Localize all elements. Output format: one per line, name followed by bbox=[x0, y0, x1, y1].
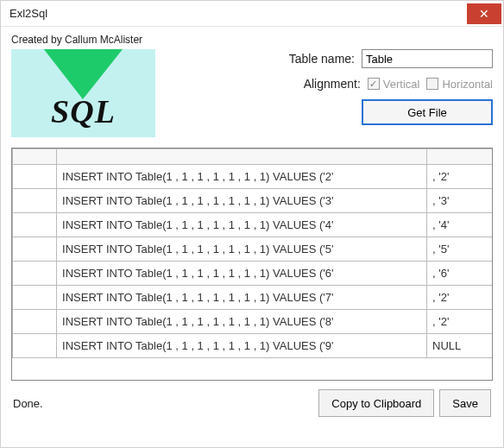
app-logo: SQL bbox=[11, 49, 155, 137]
table-cell[interactable] bbox=[13, 237, 57, 262]
table-row[interactable]: INSERT INTO Table(1 , 1 , 1 , 1 , 1 , 1 … bbox=[13, 237, 494, 262]
table-cell[interactable]: , '2' bbox=[427, 286, 493, 310]
table-cell[interactable]: NULL bbox=[427, 334, 493, 358]
table-row[interactable]: INSERT INTO Table(1 , 1 , 1 , 1 , 1 , 1 … bbox=[13, 310, 494, 334]
horizontal-checkbox-label: Horizontal bbox=[442, 78, 493, 91]
table-row[interactable]: INSERT INTO Table(1 , 1 , 1 , 1 , 1 , 1 … bbox=[13, 334, 494, 358]
table-cell[interactable]: , '3' bbox=[427, 189, 493, 213]
table-row[interactable]: INSERT INTO Table(1 , 1 , 1 , 1 , 1 , 1 … bbox=[13, 262, 494, 286]
table-cell[interactable] bbox=[13, 189, 57, 213]
titlebar: Exl2Sql ✕ bbox=[1, 1, 503, 27]
table-row[interactable]: INSERT INTO Table(1 , 1 , 1 , 1 , 1 , 1 … bbox=[13, 189, 494, 213]
close-button[interactable]: ✕ bbox=[467, 3, 501, 24]
alignment-label: Alignment: bbox=[304, 77, 361, 91]
table-cell[interactable] bbox=[13, 262, 57, 286]
table-cell[interactable]: , '6' bbox=[427, 262, 493, 286]
grid-header-cell bbox=[13, 149, 57, 165]
grid-header-cell bbox=[57, 149, 427, 165]
table-cell[interactable] bbox=[13, 213, 57, 237]
vertical-checkbox[interactable] bbox=[368, 78, 380, 90]
results-grid[interactable]: INSERT INTO Table(1 , 1 , 1 , 1 , 1 , 1 … bbox=[11, 148, 493, 381]
copy-to-clipboard-button[interactable]: Copy to Clipboard bbox=[318, 389, 434, 417]
table-cell[interactable] bbox=[13, 334, 57, 358]
table-row[interactable]: INSERT INTO Table(1 , 1 , 1 , 1 , 1 , 1 … bbox=[13, 165, 494, 189]
table-cell[interactable]: , '2' bbox=[427, 310, 493, 334]
table-cell[interactable]: INSERT INTO Table(1 , 1 , 1 , 1 , 1 , 1 … bbox=[57, 165, 427, 189]
logo-text: SQL bbox=[11, 92, 155, 130]
credit-label: Created by Callum McAlister bbox=[11, 34, 493, 46]
table-cell[interactable]: INSERT INTO Table(1 , 1 , 1 , 1 , 1 , 1 … bbox=[57, 310, 427, 334]
get-file-button[interactable]: Get File bbox=[362, 99, 493, 125]
horizontal-checkbox[interactable] bbox=[426, 78, 438, 90]
grid-header-cell bbox=[427, 149, 493, 165]
table-cell[interactable]: , '2' bbox=[427, 165, 493, 189]
table-row[interactable]: INSERT INTO Table(1 , 1 , 1 , 1 , 1 , 1 … bbox=[13, 213, 494, 237]
save-button[interactable]: Save bbox=[439, 389, 491, 417]
table-cell[interactable]: INSERT INTO Table(1 , 1 , 1 , 1 , 1 , 1 … bbox=[57, 334, 427, 358]
table-cell[interactable] bbox=[13, 310, 57, 334]
vertical-checkbox-label: Vertical bbox=[383, 78, 420, 91]
status-label: Done. bbox=[13, 397, 43, 410]
window-title: Exl2Sql bbox=[9, 7, 47, 20]
table-cell[interactable]: , '5' bbox=[427, 237, 493, 262]
table-cell[interactable]: INSERT INTO Table(1 , 1 , 1 , 1 , 1 , 1 … bbox=[57, 237, 427, 262]
table-cell[interactable]: INSERT INTO Table(1 , 1 , 1 , 1 , 1 , 1 … bbox=[57, 213, 427, 237]
table-cell[interactable]: INSERT INTO Table(1 , 1 , 1 , 1 , 1 , 1 … bbox=[57, 262, 427, 286]
table-row[interactable]: INSERT INTO Table(1 , 1 , 1 , 1 , 1 , 1 … bbox=[13, 286, 494, 310]
grid-header-row bbox=[13, 149, 494, 165]
table-cell[interactable] bbox=[13, 286, 57, 310]
table-name-input[interactable] bbox=[362, 49, 493, 68]
table-name-label: Table name: bbox=[289, 52, 355, 66]
table-cell[interactable]: , '4' bbox=[427, 213, 493, 237]
table-cell[interactable]: INSERT INTO Table(1 , 1 , 1 , 1 , 1 , 1 … bbox=[57, 286, 427, 310]
table-cell[interactable]: INSERT INTO Table(1 , 1 , 1 , 1 , 1 , 1 … bbox=[57, 189, 427, 213]
close-icon: ✕ bbox=[479, 7, 489, 21]
table-cell[interactable] bbox=[13, 165, 57, 189]
